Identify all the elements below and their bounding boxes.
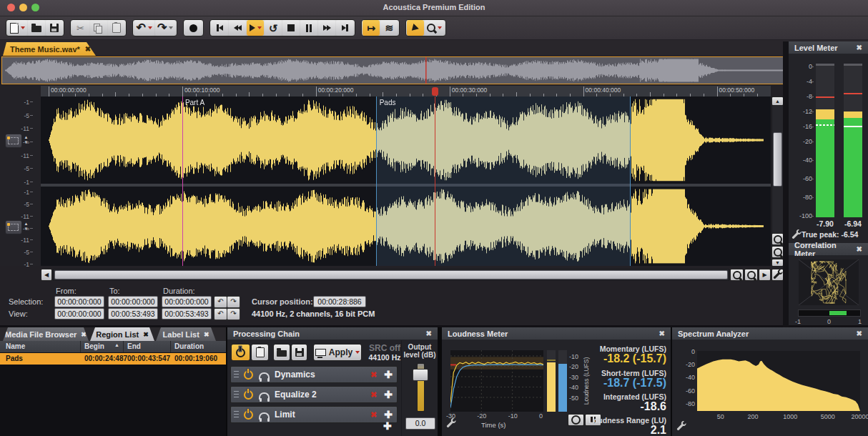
zoom-in-vertical-button[interactable] bbox=[771, 233, 784, 245]
chain-item-dynamics[interactable]: Dynamics✖✚ bbox=[230, 366, 398, 383]
scroll-down-button[interactable]: ▼ bbox=[771, 259, 784, 267]
zoom-tool-button[interactable] bbox=[425, 20, 444, 36]
spectrum-analyzer-close-icon[interactable]: ✖ bbox=[857, 330, 862, 337]
view-redo-button[interactable]: ↷ bbox=[227, 308, 240, 320]
region-list-row[interactable]: Pads 00:00:24:487 00:00:43:547 00:00:19:… bbox=[0, 353, 226, 365]
loop-button[interactable]: ↺ bbox=[265, 20, 282, 36]
bottom-tab-region-list[interactable]: Region List✖ bbox=[90, 327, 154, 341]
spectrum-settings-wrench-icon[interactable] bbox=[676, 420, 686, 433]
level-meter-close-icon[interactable]: ✖ bbox=[857, 44, 862, 51]
view-from-field[interactable]: 00:00:00:000 bbox=[54, 308, 104, 319]
dropdown-caret-icon[interactable] bbox=[438, 26, 442, 29]
vertical-scroll-thumb[interactable] bbox=[773, 132, 782, 187]
chain-apply-button[interactable]: Apply bbox=[313, 344, 362, 361]
editor-settings-wrench-icon[interactable] bbox=[771, 269, 784, 281]
correlation-meter-close-icon[interactable]: ✖ bbox=[857, 245, 862, 253]
close-tab-icon[interactable]: ✖ bbox=[81, 331, 87, 338]
chain-clipboard-button[interactable] bbox=[251, 344, 269, 361]
redo-button[interactable]: ↷ bbox=[155, 20, 175, 36]
cut-button[interactable]: ✂ bbox=[72, 20, 89, 36]
output-level-value[interactable]: 0.0 bbox=[405, 417, 435, 430]
selection-duration-field[interactable]: 00:00:00:000 bbox=[162, 296, 212, 307]
drag-handle-icon[interactable] bbox=[234, 391, 239, 399]
selection-to-field[interactable]: 00:00:00:000 bbox=[108, 296, 158, 307]
insert-effect-icon[interactable]: ✚ bbox=[384, 409, 393, 420]
selection-from-field[interactable]: 00:00:00:000 bbox=[54, 296, 104, 307]
loudness-meter-close-icon[interactable]: ✖ bbox=[659, 330, 665, 337]
region-pads-overlay[interactable] bbox=[376, 96, 631, 266]
zoom-in-button[interactable] bbox=[730, 269, 744, 281]
horizontal-scroll-thumb[interactable] bbox=[54, 270, 728, 279]
processing-chain-close-icon[interactable]: ✖ bbox=[426, 330, 432, 337]
paste-button[interactable] bbox=[108, 20, 125, 36]
scrub-button[interactable]: ↦ bbox=[363, 20, 380, 36]
headphones-preview-icon[interactable] bbox=[259, 372, 270, 380]
effect-power-icon[interactable] bbox=[244, 370, 253, 380]
output-level-handle[interactable] bbox=[413, 369, 428, 381]
selection-redo-button[interactable]: ↷ bbox=[227, 296, 240, 308]
scroll-right-button[interactable]: ▶ bbox=[759, 269, 771, 281]
drag-handle-icon[interactable] bbox=[234, 371, 239, 379]
close-tab-icon[interactable]: ✖ bbox=[85, 45, 91, 53]
close-tab-icon[interactable]: ✖ bbox=[143, 331, 149, 338]
bottom-tab-label-list[interactable]: Label List✖ bbox=[156, 327, 216, 341]
loudness-settings-wrench-icon[interactable] bbox=[446, 417, 456, 430]
cursor-position-field[interactable]: 00:00:28:886 bbox=[313, 296, 366, 307]
col-end[interactable]: End bbox=[127, 342, 141, 350]
col-begin[interactable]: Begin bbox=[84, 342, 104, 350]
remove-effect-icon[interactable]: ✖ bbox=[370, 390, 377, 400]
headphones-preview-icon[interactable] bbox=[259, 412, 270, 420]
dropdown-caret-icon[interactable] bbox=[21, 26, 25, 29]
overview-waveform[interactable] bbox=[1, 56, 787, 84]
effect-power-icon[interactable] bbox=[244, 390, 253, 400]
chain-item-limit[interactable]: Limit✖✚ bbox=[230, 406, 398, 423]
insert-effect-icon[interactable]: ✚ bbox=[384, 369, 393, 380]
pause-button[interactable] bbox=[300, 20, 317, 36]
label-marker-line[interactable] bbox=[182, 96, 183, 266]
scroll-up-button[interactable]: ▲ bbox=[771, 96, 784, 106]
display-mode-button[interactable]: ≋ bbox=[380, 20, 398, 36]
copy-button[interactable] bbox=[90, 20, 107, 36]
document-tab[interactable]: Theme Music.wav* ✖ bbox=[3, 42, 96, 56]
fast-forward-button[interactable] bbox=[318, 20, 335, 36]
undo-button[interactable]: ↶ bbox=[134, 20, 154, 36]
chain-power-button[interactable] bbox=[231, 344, 250, 361]
chain-open-button[interactable] bbox=[273, 344, 290, 361]
region-list-header[interactable]: Name Begin ▲ End Duration bbox=[0, 341, 226, 352]
stop-button[interactable] bbox=[282, 20, 300, 36]
view-duration-field[interactable]: 00:00:53:493 bbox=[162, 308, 212, 319]
insert-effect-icon[interactable]: ✚ bbox=[384, 389, 393, 400]
close-tab-icon[interactable]: ✖ bbox=[204, 331, 209, 338]
selection-undo-button[interactable]: ↶ bbox=[214, 296, 227, 308]
selection-tool-button[interactable] bbox=[407, 20, 424, 36]
col-duration[interactable]: Duration bbox=[174, 342, 204, 350]
playback-cursor-handle[interactable] bbox=[432, 87, 438, 96]
play-button[interactable] bbox=[247, 20, 264, 36]
open-file-button[interactable] bbox=[28, 20, 45, 36]
scroll-left-button[interactable]: ◀ bbox=[41, 269, 52, 281]
dropdown-caret-icon[interactable] bbox=[169, 26, 173, 29]
drag-handle-icon[interactable] bbox=[234, 411, 239, 419]
remove-effect-icon[interactable]: ✖ bbox=[370, 370, 377, 380]
view-to-field[interactable]: 00:00:53:493 bbox=[108, 308, 158, 319]
timeline-ruler[interactable]: 00:00:00:00000:00:10:00000:00:20:00000:0… bbox=[41, 86, 771, 96]
zoom-out-vertical-button[interactable] bbox=[771, 246, 784, 258]
go-to-start-button[interactable] bbox=[211, 20, 228, 36]
headphones-preview-icon[interactable] bbox=[259, 392, 270, 400]
dropdown-caret-icon[interactable] bbox=[257, 26, 262, 29]
chain-item-equalize-2[interactable]: Equalize 2✖✚ bbox=[230, 386, 398, 403]
dropdown-caret-icon[interactable] bbox=[148, 26, 152, 29]
level-meter-settings-wrench-icon[interactable] bbox=[791, 229, 802, 242]
rewind-button[interactable] bbox=[229, 20, 246, 36]
chain-save-button[interactable] bbox=[291, 344, 307, 361]
new-file-button[interactable] bbox=[8, 20, 27, 36]
zoom-out-button[interactable] bbox=[744, 269, 758, 281]
go-to-end-button[interactable] bbox=[336, 20, 353, 36]
remove-effect-icon[interactable]: ✖ bbox=[370, 410, 377, 420]
effect-power-icon[interactable] bbox=[244, 410, 253, 420]
view-undo-button[interactable]: ↶ bbox=[214, 308, 227, 320]
col-name[interactable]: Name bbox=[6, 342, 25, 350]
add-effect-button[interactable]: ✚ bbox=[383, 420, 392, 432]
bottom-tab-media-file-browser[interactable]: Media File Browser✖ bbox=[3, 327, 89, 341]
record-button[interactable] bbox=[184, 20, 202, 36]
